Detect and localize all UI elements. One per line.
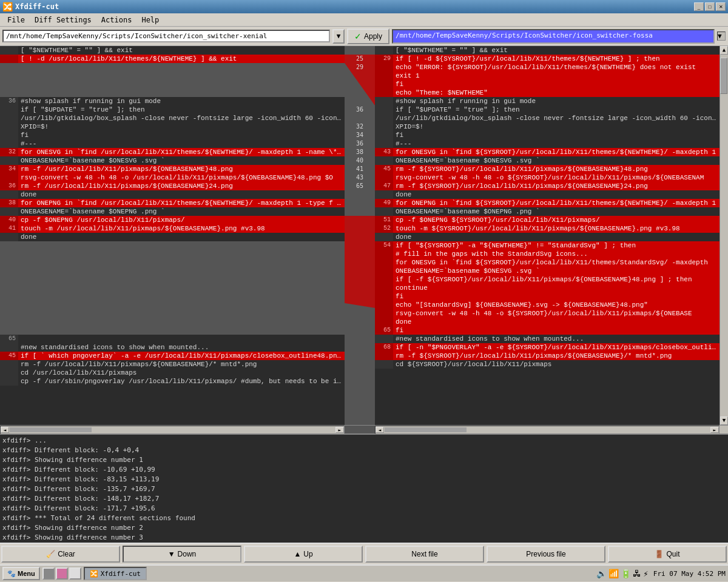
diff-line: XPID=$! — [0, 122, 345, 131]
diff-line: fi — [375, 292, 720, 301]
button-bar: 🧹 Clear ▼ Down ▲ Up Next file Previous f… — [0, 543, 728, 564]
log-line: xfdiff> *** Total of 24 different sectio… — [1, 513, 727, 523]
log-line: xfdiff> Different block: -171,7 +195,6 — [1, 504, 727, 513]
maximize-button[interactable]: □ — [705, 2, 715, 11]
diff-line: 47 rm -f ${SYSROOT}/usr/local/lib/X11/pi… — [375, 182, 720, 190]
previous-file-button[interactable]: Previous file — [487, 546, 605, 563]
indicator-2[interactable] — [56, 567, 68, 580]
diff-line: ONEBASENAME=`basename $ONEPNG .png ` — [375, 207, 720, 216]
diff-line: 45 if [ ` which pngoverlay` -a -e /usr/l… — [0, 352, 345, 360]
app-taskbar-item[interactable]: 🔀 Xfdiff-cut — [84, 567, 147, 580]
center-gutter: 2529 36 323436 384041 43 65 — [345, 46, 375, 425]
diff-line: 68 if [ -n "$PNGOVERLAY" -a -e ${SYSROOT… — [375, 343, 720, 352]
scroll-up-button[interactable]: ▲ — [720, 46, 728, 55]
diff-line: if [ "$UPDATE" = "true" ]; then — [375, 105, 720, 114]
indicator-1[interactable] — [42, 567, 55, 580]
start-menu-button[interactable]: 🐾 Menu — [2, 567, 40, 580]
system-icons: 🔊 📶 🔋 🖧 ⚡ — [596, 569, 648, 578]
volume-icon[interactable]: 🔊 — [596, 569, 607, 578]
filepath-dropdown-button[interactable]: ▼ — [332, 29, 345, 44]
right-scrollbar[interactable]: ▼ — [717, 32, 726, 41]
diff-line: fi — [375, 80, 720, 89]
scroll-thumb[interactable] — [720, 58, 727, 94]
app-taskbar-label: Xfdiff-cut — [101, 570, 141, 578]
log-line: xfdiff> Showing difference number 1 — [1, 455, 727, 465]
diff-line: #new standardised icons to show when mou… — [0, 343, 345, 352]
diff-line: 65 fi — [375, 326, 720, 335]
log-line: xfdiff> Different block: -148,17 +182,7 — [1, 494, 727, 504]
diff-line: 40 cp -f $ONEPNG /usr/local/lib/X11/pixm… — [0, 216, 345, 224]
diff-line: 45 rm -f ${SYSROOT}/usr/local/lib/X11/pi… — [375, 165, 720, 173]
battery-icon[interactable]: 🔋 — [621, 569, 631, 578]
diff-line: #--- — [375, 139, 720, 148]
diff-line: 41 touch -m /usr/local/lib/X11/pixmaps/$… — [0, 224, 345, 233]
diff-line: ONEBASENAME=`basename $ONESVG .svg ` — [375, 267, 720, 275]
hscroll-thumb-left[interactable] — [10, 427, 92, 432]
empty-filler — [0, 63, 345, 97]
hscroll-thumb-right[interactable] — [385, 427, 467, 432]
close-button[interactable]: ✕ — [716, 2, 726, 11]
minimize-button[interactable]: _ — [694, 2, 704, 11]
diff-line: 43 for ONESVG in `find ${SYSROOT}/usr/lo… — [375, 148, 720, 156]
clock: Fri 07 May 4:52 PM — [653, 570, 726, 578]
diff-line: echo "[StandardSvg] ${ONEBASENAME}.svg -… — [375, 301, 720, 309]
right-diff-panel: [ "$NEWTHEME" = "" ] && exit 29 if [ ! -… — [375, 46, 720, 425]
right-hscroll[interactable]: ◄ ► — [375, 426, 720, 434]
down-button[interactable]: ▼ Down — [123, 546, 241, 563]
diff-line: #--- — [0, 139, 345, 148]
menu-actions[interactable]: Actions — [96, 15, 137, 25]
scroll-down-button[interactable]: ▼ — [720, 416, 728, 425]
diff-line: 51 cp -f $ONEPNG ${SYSROOT}/usr/local/li… — [375, 216, 720, 224]
hscroll-gutter-spacer — [345, 426, 375, 433]
menu-help[interactable]: Help — [136, 15, 164, 25]
diff-line: 32 for ONESVG in `find /usr/local/lib/X1… — [0, 148, 345, 156]
diff-line: # fill in the gaps with the StandardSvg … — [375, 250, 720, 258]
down-label: Down — [178, 550, 197, 558]
diff-line: 49 for ONEPNG in `find ${SYSROOT}/usr/lo… — [375, 199, 720, 207]
diff-line: continue — [375, 284, 720, 292]
apply-label: Apply — [364, 32, 382, 41]
menu-diff-settings[interactable]: Diff Settings — [30, 15, 96, 25]
apply-button[interactable]: ✓ Apply — [347, 28, 389, 44]
next-file-button[interactable]: Next file — [365, 546, 484, 563]
scroll-track — [720, 55, 728, 416]
diff-line: echo "ERROR: ${SYSROOT}/usr/local/lib/X1… — [375, 63, 720, 72]
center-line-numbers: 2529 36 323436 384041 43 65 — [345, 55, 375, 190]
log-line: xfdiff> Showing difference number 3 — [1, 533, 727, 543]
right-scrollbar-vertical[interactable]: ▲ ▼ — [720, 46, 728, 425]
hscroll-left-btn[interactable]: ◄ — [1, 427, 9, 433]
svg-marker-1 — [345, 216, 375, 308]
left-hscroll[interactable]: ◄ ► — [0, 426, 345, 434]
toolbar: /mnt/home/TempSaveKenny/Scripts/IconSwit… — [0, 27, 728, 46]
network-icon[interactable]: 🖧 — [633, 569, 641, 578]
diff-line: exit 1 — [375, 72, 720, 80]
indicator-3[interactable] — [69, 567, 81, 580]
diff-line: #show splash if running in gui mode — [375, 97, 720, 105]
diff-line: done — [375, 190, 720, 199]
titlebar: 🔀 Xfdiff-cut _ □ ✕ — [0, 0, 728, 13]
log-line: xfdiff> Different block: -10,69 +10,99 — [1, 465, 727, 475]
taskbar: 🐾 Menu 🔀 Xfdiff-cut 🔊 📶 🔋 🖧 ⚡ Fri 07 May… — [0, 564, 728, 581]
menubar: File Diff Settings Actions Help — [0, 13, 728, 27]
menu-file[interactable]: File — [2, 15, 30, 25]
down-icon: ▼ — [168, 550, 175, 558]
up-icon: ▲ — [294, 550, 301, 558]
quit-button[interactable]: 🚪 Quit — [608, 546, 727, 563]
hscroll-right-btn-2[interactable]: ► — [710, 427, 719, 433]
menu-icon: 🐾 — [7, 570, 16, 578]
clear-button[interactable]: 🧹 Clear — [1, 546, 120, 563]
diff-line: done — [375, 318, 720, 326]
up-button[interactable]: ▲ Up — [244, 546, 363, 563]
diff-line: rsvg-convert -w 48 -h 48 -o ${SYSROOT}/u… — [375, 309, 720, 318]
usb-icon[interactable]: ⚡ — [643, 569, 648, 578]
diff-line: /usr/lib/gtkdialog/box_splash -close nev… — [0, 114, 345, 122]
hscroll-area: ◄ ► ◄ ► — [0, 425, 728, 433]
checkmark-icon: ✓ — [354, 32, 362, 41]
hscroll-left-btn-2[interactable]: ◄ — [376, 427, 384, 433]
quit-label: Quit — [666, 550, 679, 558]
log-line: xfdiff> Showing difference number 2 — [1, 523, 727, 533]
wifi-icon[interactable]: 📶 — [608, 569, 619, 578]
next-file-label: Next file — [411, 550, 437, 558]
diff-line: done — [375, 233, 720, 241]
hscroll-right-btn[interactable]: ► — [335, 427, 344, 433]
